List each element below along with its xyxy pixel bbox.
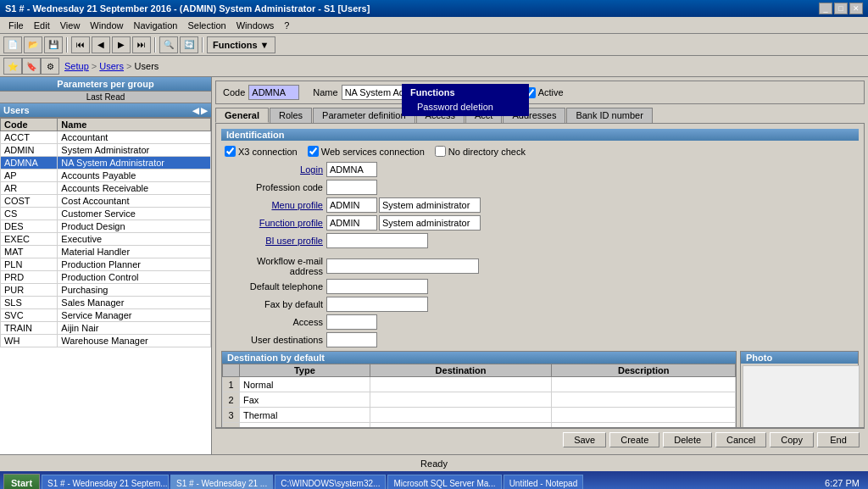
dest-destination-cell[interactable]: [370, 392, 552, 408]
taskbar-item-2[interactable]: C:\WINDOWS\system32...: [275, 475, 386, 489]
user-table-row[interactable]: MATMaterial Handler: [1, 246, 211, 258]
tab-roles[interactable]: Roles: [270, 108, 312, 123]
photo-header: Photo: [741, 352, 858, 364]
menu-selection[interactable]: Selection: [182, 19, 231, 32]
menu-profile-code-input[interactable]: [326, 197, 377, 213]
menu-windows[interactable]: Windows: [231, 19, 280, 32]
taskbar-item-3[interactable]: Microsoft SQL Server Ma...: [387, 475, 501, 489]
menu-navigation[interactable]: Navigation: [128, 19, 182, 32]
user-table-row[interactable]: ADMNANA System Administrator: [1, 157, 211, 169]
user-table-row[interactable]: APAccounts Payable: [1, 169, 211, 182]
users-icon-expand[interactable]: ▶: [201, 106, 208, 115]
user-table-row[interactable]: ADMINSystem Administrator: [1, 144, 211, 157]
toolbar-last[interactable]: ⏭: [132, 36, 151, 53]
tab-parameter-definition[interactable]: Parameter definition: [313, 108, 415, 123]
tab-bank-id-number[interactable]: Bank ID number: [566, 108, 652, 123]
create-button[interactable]: Create: [609, 432, 659, 447]
workflow-input[interactable]: [326, 258, 479, 274]
tab-general[interactable]: General: [215, 108, 269, 123]
setup-btn[interactable]: ⚙: [41, 58, 59, 75]
user-table-row[interactable]: TRAINAijin Nair: [1, 322, 211, 335]
maximize-button[interactable]: □: [834, 3, 848, 14]
save-button[interactable]: Save: [563, 432, 606, 447]
minimize-button[interactable]: _: [819, 3, 832, 14]
user-table-row[interactable]: PRDProduction Control: [1, 271, 211, 284]
bi-profile-input[interactable]: [326, 233, 428, 248]
menu-help[interactable]: ?: [279, 19, 294, 32]
user-table-row[interactable]: PURPurchasing: [1, 284, 211, 297]
function-profile-name-input[interactable]: [379, 215, 481, 231]
login-label[interactable]: Login: [221, 164, 323, 175]
toolbar-prev[interactable]: ◀: [92, 36, 110, 53]
taskbar-item-4[interactable]: Untitled - Notepad: [504, 475, 584, 489]
user-table-row[interactable]: ACCTAccountant: [1, 131, 211, 144]
user-table-row[interactable]: SLSSales Manager: [1, 297, 211, 309]
dest-type-cell[interactable]: Thermal: [240, 408, 370, 423]
web-services-checkbox[interactable]: [308, 146, 319, 157]
access-input[interactable]: [326, 314, 377, 330]
telephone-input[interactable]: [326, 279, 428, 294]
dest-destination-cell[interactable]: [370, 408, 552, 423]
password-deletion-item[interactable]: Password deletion: [403, 99, 527, 114]
user-table-row[interactable]: SVCService Manager: [1, 309, 211, 322]
toolbar-open[interactable]: 📂: [24, 36, 42, 53]
user-destinations-input[interactable]: [326, 332, 377, 347]
user-table-row[interactable]: DESProduct Design: [1, 220, 211, 233]
breadcrumb-setup[interactable]: Setup: [64, 61, 89, 71]
toolbar-next[interactable]: ▶: [112, 36, 131, 53]
user-table-row[interactable]: ARAccounts Receivable: [1, 182, 211, 195]
user-code-cell: COST: [1, 195, 58, 208]
profession-code-input[interactable]: [326, 180, 377, 195]
toolbar-save[interactable]: 💾: [44, 36, 63, 53]
toolbar-search[interactable]: 🔍: [159, 36, 178, 53]
dest-description-cell[interactable]: [552, 377, 736, 392]
users-icon-collapse[interactable]: ◀: [192, 106, 199, 115]
delete-button[interactable]: Delete: [663, 432, 712, 447]
menu-window[interactable]: Window: [85, 19, 128, 32]
dest-description-cell[interactable]: [552, 392, 736, 408]
user-table-row[interactable]: PLNProduction Planner: [1, 258, 211, 271]
user-code-cell: EXEC: [1, 233, 58, 246]
toolbar-first[interactable]: ⏮: [71, 36, 90, 53]
end-button[interactable]: End: [817, 432, 860, 447]
dest-description-cell[interactable]: [552, 408, 736, 423]
user-table-row[interactable]: COSTCost Accountant: [1, 195, 211, 208]
function-profile-code-input[interactable]: [326, 215, 377, 231]
menu-view[interactable]: View: [55, 19, 86, 32]
user-table-row[interactable]: CSCustomer Service: [1, 208, 211, 220]
dest-type-cell[interactable]: Normal: [240, 377, 370, 392]
no-directory-checkbox[interactable]: [435, 146, 446, 157]
breadcrumb-users2: Users: [135, 61, 159, 71]
functions-button[interactable]: Functions ▼: [207, 36, 275, 53]
menu-profile-name-input[interactable]: [379, 197, 481, 213]
name-label: Name: [313, 87, 337, 97]
menu-file[interactable]: File: [3, 19, 29, 32]
x3-connection-checkbox[interactable]: [225, 146, 236, 157]
users-table: Code Name ACCTAccountantADMINSystem Admi…: [0, 118, 211, 454]
close-button[interactable]: ✕: [849, 3, 863, 14]
start-button[interactable]: Start: [3, 474, 40, 489]
favorites-btn[interactable]: ⭐: [3, 58, 22, 75]
taskbar-item-0[interactable]: S1 # - Wednesday 21 Septem...: [42, 475, 169, 489]
toolbar-refresh[interactable]: 🔄: [180, 36, 198, 53]
no-directory-label: No directory check: [448, 147, 526, 157]
dest-destination-cell[interactable]: [370, 377, 552, 392]
login-input[interactable]: [326, 162, 377, 177]
fax-input[interactable]: [326, 297, 428, 312]
bi-profile-label[interactable]: BI user profile: [221, 236, 323, 246]
menu-profile-label[interactable]: Menu profile: [221, 200, 323, 210]
breadcrumb-users1[interactable]: Users: [99, 61, 124, 71]
user-table-row[interactable]: WHWarehouse Manager: [1, 335, 211, 347]
dest-type-cell[interactable]: Fax: [240, 392, 370, 408]
toolbar-new[interactable]: 📄: [3, 36, 22, 53]
access-label: Access: [221, 317, 323, 327]
user-table-row[interactable]: EXECExecutive: [1, 233, 211, 246]
taskbar-item-1[interactable]: S1 # - Wednesday 21 ...: [170, 475, 273, 489]
menu-edit[interactable]: Edit: [29, 19, 55, 32]
dest-row-num: 1: [223, 377, 240, 392]
bookmark-btn[interactable]: 🔖: [22, 58, 41, 75]
function-profile-label[interactable]: Function profile: [221, 218, 323, 228]
code-input[interactable]: [248, 85, 299, 100]
cancel-button[interactable]: Cancel: [715, 432, 766, 447]
copy-button[interactable]: Copy: [770, 432, 814, 447]
